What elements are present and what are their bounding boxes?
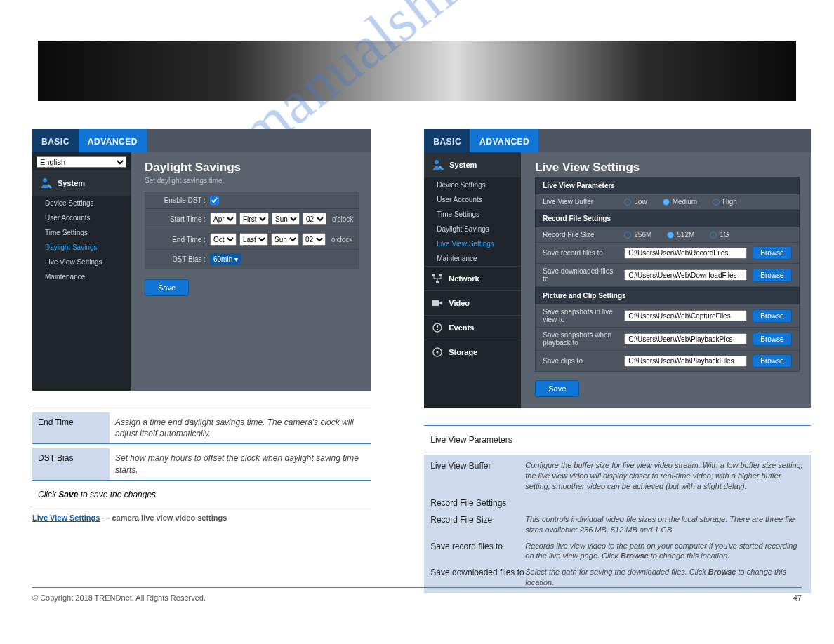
page-title: Daylight Savings	[145, 161, 359, 175]
click-save-note: Click Save to save the changes	[32, 485, 371, 504]
storage-icon	[431, 346, 444, 358]
live-view-buffer-label: Live View Buffer	[543, 198, 618, 206]
svg-point-1	[435, 160, 439, 164]
save-downloaded-files-input[interactable]	[624, 269, 747, 281]
end-month-select[interactable]: Oct	[210, 233, 237, 246]
end-day-select[interactable]: Sun	[271, 233, 299, 246]
sidebar-group-network[interactable]: Network	[424, 266, 521, 290]
save-button[interactable]: Save	[145, 279, 189, 296]
person-wrench-icon	[431, 158, 445, 172]
svg-rect-5	[432, 300, 439, 306]
sidebar-item-time-settings-r[interactable]: Time Settings	[424, 207, 521, 222]
sidebar-item-user-accounts[interactable]: User Accounts	[32, 210, 131, 225]
browse-button-5[interactable]: Browse	[753, 354, 791, 368]
sidebar-head-label-r: System	[449, 161, 477, 169]
svg-rect-8	[437, 329, 438, 330]
save-downloaded-files-label: Save downloaded files to	[543, 267, 618, 283]
record-file-size-radios[interactable]: 256M 512M 1G	[624, 231, 729, 239]
sidebar-item-time-settings[interactable]: Time Settings	[32, 225, 131, 240]
tab-basic-r[interactable]: BASIC	[424, 129, 470, 152]
sidebar-item-device-settings[interactable]: Device Settings	[32, 196, 131, 210]
group-events-label: Events	[449, 323, 474, 332]
content-left: Daylight Savings Set daylight savings ti…	[131, 152, 371, 391]
left-text-sections: End Time Assign a time end daylight savi…	[32, 408, 371, 525]
dst-bias-select[interactable]: 60min ▾	[210, 253, 241, 265]
page-subtitle: Set daylight savings time.	[145, 177, 359, 185]
save-record-files-label: Save record files to	[543, 249, 618, 257]
definitions-block: Live View BufferConfigure the buffer siz…	[424, 455, 810, 593]
sidebar-item-daylight-savings-r[interactable]: Daylight Savings	[424, 222, 521, 236]
sidebar-item-device-settings-r[interactable]: Device Settings	[424, 177, 521, 192]
end-hour-select[interactable]: 02	[302, 233, 326, 246]
sidebar-item-live-view-settings[interactable]: Live View Settings	[32, 255, 131, 269]
desc-end-time-val: Assign a time end daylight savings time.…	[110, 412, 371, 443]
right-column: BASIC ADVANCED System Device Settings Us…	[424, 129, 810, 593]
section-record-file: Record File Settings	[535, 210, 799, 227]
section-picture-clip: Picture and Clip Settings	[535, 287, 799, 304]
browse-button-1[interactable]: Browse	[753, 246, 791, 260]
group-video-label: Video	[449, 299, 470, 307]
end-week-select[interactable]: Last	[239, 233, 268, 246]
page-number: 47	[793, 593, 802, 602]
save-snapshots-live-label: Save snapshots in live view to	[543, 308, 618, 323]
save-button-r[interactable]: Save	[535, 380, 579, 397]
save-snapshots-playback-label: Save snapshots when playback to	[543, 331, 618, 347]
dst-bias-label: DST Bias :	[151, 255, 210, 263]
network-icon	[431, 272, 444, 285]
sidebar-group-events[interactable]: Events	[424, 315, 521, 340]
sidebar-item-live-view-settings-r[interactable]: Live View Settings	[424, 236, 521, 251]
record-file-size-label: Record File Size	[543, 231, 618, 239]
sidebar-item-maintenance[interactable]: Maintenance	[32, 269, 131, 284]
browse-button-4[interactable]: Browse	[753, 333, 791, 346]
app-left: BASIC ADVANCED English System	[32, 129, 371, 391]
right-text-sections: Live View Parameters Live View BufferCon…	[424, 425, 810, 593]
left-column: BASIC ADVANCED English System	[32, 129, 371, 593]
start-day-select[interactable]: Sun	[272, 213, 300, 225]
tab-basic[interactable]: BASIC	[32, 129, 79, 152]
sidebar-head-system-r[interactable]: System	[424, 152, 521, 177]
browse-button-3[interactable]: Browse	[753, 309, 791, 323]
sidebar-head-label: System	[58, 179, 85, 187]
sidebar-right: System Device Settings User Accounts Tim…	[424, 152, 521, 408]
sidebar-item-user-accounts-r[interactable]: User Accounts	[424, 192, 521, 207]
end-clock-suffix: o'clock	[329, 236, 352, 243]
svg-rect-2	[432, 274, 435, 276]
svg-point-10	[437, 351, 439, 354]
sidebar-group-storage[interactable]: Storage	[424, 340, 521, 364]
tab-advanced[interactable]: ADVANCED	[79, 129, 147, 152]
desc-dst-bias-key: DST Bias	[32, 448, 110, 479]
sidebar-item-daylight-savings[interactable]: Daylight Savings	[32, 240, 131, 255]
svg-rect-3	[439, 274, 442, 276]
sidebar-left: English System Device Settings User Acco…	[32, 152, 131, 391]
page-title-r: Live View Settings	[535, 161, 799, 175]
section-live-view-params: Live View Parameters	[535, 177, 799, 194]
start-clock-suffix: o'clock	[329, 215, 353, 223]
sidebar-head-system[interactable]: System	[32, 170, 131, 196]
save-clips-label: Save clips to	[543, 357, 618, 365]
tab-advanced-r[interactable]: ADVANCED	[470, 129, 538, 152]
start-hour-select[interactable]: 02	[303, 213, 326, 225]
save-record-files-input[interactable]	[624, 248, 747, 259]
video-icon	[431, 297, 444, 309]
save-snapshots-live-input[interactable]	[624, 310, 747, 321]
group-storage-label: Storage	[449, 348, 477, 356]
person-wrench-icon	[39, 176, 53, 190]
enable-dst-checkbox[interactable]	[210, 196, 218, 204]
enable-dst-label: Enable DST :	[151, 196, 210, 204]
browse-button-2[interactable]: Browse	[753, 269, 791, 282]
end-time-label: End Time :	[151, 236, 210, 243]
brand-banner	[38, 41, 796, 101]
start-week-select[interactable]: First	[239, 213, 269, 225]
desc-end-time-key: End Time	[32, 412, 110, 443]
svg-rect-4	[436, 281, 439, 283]
save-clips-input[interactable]	[624, 356, 747, 367]
events-icon	[431, 321, 444, 334]
live-view-link[interactable]: Live View Settings — camera live view vi…	[32, 514, 227, 522]
live-view-buffer-radios[interactable]: Low Medium High	[624, 198, 737, 206]
sidebar-item-maintenance-r[interactable]: Maintenance	[424, 251, 521, 266]
page-footer: © Copyright 2018 TRENDnet. All Rights Re…	[32, 587, 802, 602]
start-month-select[interactable]: Apr	[210, 213, 237, 225]
save-snapshots-playback-input[interactable]	[624, 333, 747, 344]
sidebar-group-video[interactable]: Video	[424, 290, 521, 315]
language-select[interactable]: English	[37, 156, 126, 168]
